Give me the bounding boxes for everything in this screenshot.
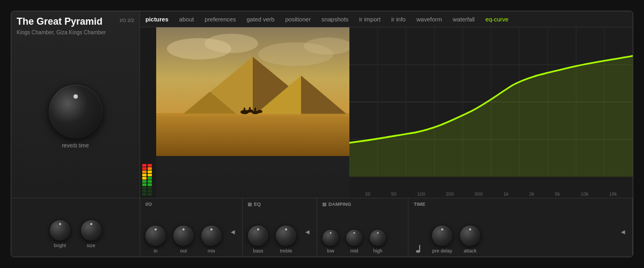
eq-canvas[interactable]: [349, 27, 633, 190]
vu-seg: [142, 174, 147, 176]
nav-waveform[interactable]: waveform: [416, 15, 442, 24]
vu-seg: [142, 180, 147, 183]
nav-bar: pictures about preferences gated verb po…: [140, 11, 633, 27]
high-knob[interactable]: [370, 230, 386, 246]
in-knob-unit: in: [145, 226, 166, 254]
reverb-time-label: reverb time: [62, 143, 89, 148]
svg-point-2: [204, 34, 258, 53]
vu-seg: [148, 190, 152, 192]
left-controls: bright size: [11, 198, 140, 257]
content-row: 20 50 100 200 500 1k 2k 5k 10k 18k: [140, 27, 633, 198]
mid-label: mid: [350, 248, 358, 254]
vu-seg: [142, 190, 147, 192]
note-icon: [414, 244, 425, 254]
io-arrow-btn[interactable]: ◀: [229, 228, 237, 236]
mix-label: mix: [208, 248, 215, 254]
high-label: high: [373, 248, 382, 254]
nav-gated-verb[interactable]: gated verb: [246, 15, 274, 24]
vu-seg: [148, 177, 152, 180]
freq-500: 500: [474, 191, 482, 197]
bright-label: bright: [54, 243, 66, 248]
eq-arrow-btn[interactable]: ◀: [304, 228, 311, 236]
treble-label: treble: [280, 248, 292, 254]
vu-seg: [142, 167, 147, 170]
freq-100: 100: [417, 191, 425, 197]
nav-eq-curve[interactable]: eq-curve: [486, 15, 509, 24]
damping-section-label: DAMPING: [323, 202, 402, 207]
mix-knob[interactable]: [201, 226, 222, 246]
time-arrow-btn[interactable]: ◀: [619, 228, 627, 236]
vu-seg: [148, 187, 152, 189]
nav-positioner[interactable]: positioner: [285, 15, 311, 24]
attack-knob[interactable]: [460, 226, 480, 246]
eq-knobs: bass treble ◀: [248, 210, 311, 254]
damping-section: DAMPING low mid high: [317, 198, 408, 257]
bass-knob[interactable]: [248, 226, 268, 246]
damping-square-icon: [323, 203, 326, 206]
mid-knob-unit: mid: [346, 230, 362, 254]
nav-preferences[interactable]: preferences: [204, 15, 236, 24]
svg-point-15: [257, 110, 262, 113]
preset-header: The Great Pyramid I/O 2/2: [17, 17, 134, 27]
out-knob-unit: out: [173, 226, 194, 254]
vu-seg: [142, 183, 147, 186]
size-label: size: [86, 243, 95, 248]
bass-label: bass: [253, 248, 263, 254]
preset-name: The Great Pyramid: [17, 17, 103, 27]
pyramid-picture: [156, 27, 349, 156]
bright-knob[interactable]: [50, 220, 70, 241]
freq-10k: 10k: [581, 191, 589, 197]
nav-ir-info[interactable]: ir info: [391, 15, 406, 24]
treble-knob[interactable]: [276, 226, 296, 246]
mix-knob-unit: mix: [201, 226, 222, 254]
time-section: TIME pre delay attack ◀: [408, 198, 633, 257]
freq-50: 50: [391, 191, 397, 197]
vu-right: [148, 164, 152, 196]
freq-5k: 5k: [555, 191, 560, 197]
nav-snapshots[interactable]: snapshots: [321, 15, 348, 24]
mid-knob[interactable]: [346, 230, 362, 246]
pyramid-svg: [156, 27, 349, 156]
reverb-time-knob[interactable]: [49, 85, 103, 138]
attack-label: attack: [464, 248, 477, 254]
bright-size-row: bright size: [17, 202, 134, 254]
freq-labels: 20 50 100 200 500 1k 2k 5k 10k 18k: [349, 190, 633, 198]
vu-meters: [140, 27, 156, 198]
time-knobs: pre delay attack ◀: [414, 210, 627, 254]
left-panel: The Great Pyramid I/O 2/2 Kings Chamber,…: [11, 11, 140, 198]
vu-seg: [148, 180, 152, 183]
predelay-knob-unit: pre delay: [432, 226, 452, 254]
top-section: The Great Pyramid I/O 2/2 Kings Chamber,…: [11, 11, 633, 198]
vu-seg: [148, 164, 152, 167]
nav-pictures[interactable]: pictures: [145, 15, 169, 24]
eq-area: 20 50 100 200 500 1k 2k 5k 10k 18k: [349, 27, 633, 198]
vu-seg: [148, 183, 152, 186]
in-label: in: [153, 248, 157, 254]
freq-18k: 18k: [609, 191, 617, 197]
eq-section: EQ bass treble ◀: [243, 198, 317, 257]
io-section: I/O in out mix ◀: [140, 198, 243, 257]
eq-section-label: EQ: [248, 202, 311, 207]
attack-knob-unit: attack: [460, 226, 480, 254]
out-knob[interactable]: [173, 226, 194, 246]
freq-20: 20: [365, 191, 370, 197]
predelay-knob[interactable]: [432, 226, 452, 246]
nav-ir-import[interactable]: ir import: [359, 15, 380, 24]
svg-rect-16: [244, 108, 245, 112]
nav-waterfall[interactable]: waterfall: [453, 15, 475, 24]
low-knob[interactable]: [323, 230, 339, 246]
size-knob-unit: size: [81, 220, 101, 248]
bright-knob-unit: bright: [50, 220, 70, 248]
in-knob[interactable]: [145, 226, 166, 246]
vu-seg: [142, 177, 147, 180]
svg-rect-18: [254, 108, 256, 113]
bass-knob-unit: bass: [248, 226, 268, 254]
eq-square-icon: [248, 203, 252, 206]
nav-about[interactable]: about: [179, 15, 194, 24]
io-knobs: in out mix ◀: [145, 210, 237, 254]
vu-seg: [142, 193, 147, 196]
vu-seg: [142, 164, 147, 167]
freq-2k: 2k: [529, 191, 535, 197]
low-label: low: [327, 248, 334, 254]
size-knob[interactable]: [81, 220, 101, 241]
